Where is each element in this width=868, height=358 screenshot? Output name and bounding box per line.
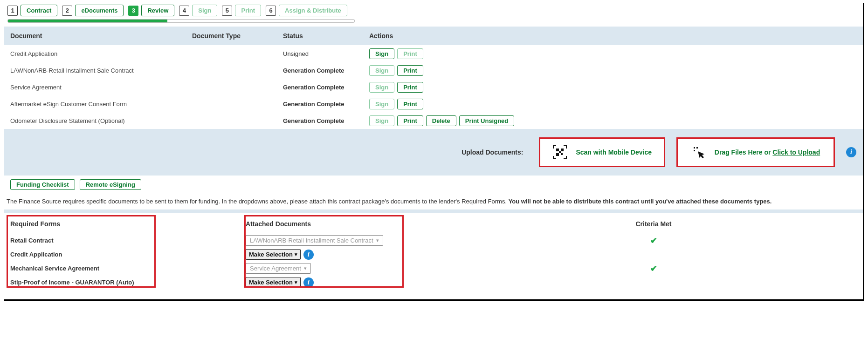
sign-button: Sign: [369, 115, 394, 126]
attached-doc-select[interactable]: Make Selection▾: [246, 277, 301, 288]
funding-checklist-button[interactable]: Funding Checklist: [10, 179, 75, 190]
req-divider: [4, 209, 863, 213]
required-form-name: Retail Contract: [10, 234, 246, 248]
doc-actions: SignPrintDeletePrint Unsigned: [369, 115, 856, 126]
svg-rect-0: [557, 149, 558, 151]
step-print: 5Print: [222, 5, 261, 16]
drag-upload-box[interactable]: Drag Files Here or Click to Upload: [676, 137, 835, 167]
svg-rect-2: [557, 154, 558, 155]
info-icon[interactable]: i: [303, 277, 314, 288]
progress-bar: [7, 19, 355, 23]
required-forms-table: Required Forms Attached Documents Criter…: [4, 213, 863, 292]
table-row: LAWNonARB-Retail Installment Sale Contra…: [10, 62, 856, 79]
drag-upload-label: Drag Files Here or Click to Upload: [715, 149, 820, 156]
col-actions: Actions: [369, 32, 856, 40]
col-status: Status: [283, 32, 369, 40]
sign-button: Sign: [369, 99, 394, 109]
attached-doc-cell: Service Agreement▾: [246, 262, 451, 276]
sign-button: Sign: [369, 82, 394, 93]
doc-name: Credit Application: [10, 50, 192, 57]
scan-mobile-label: Scan with Mobile Device: [576, 149, 652, 156]
delete-button[interactable]: Delete: [426, 115, 456, 126]
attached-doc-select[interactable]: Service Agreement▾: [246, 263, 311, 274]
doc-status: Generation Complete: [283, 117, 369, 124]
attached-doc-cell: LAWNonARB-Retail Installment Sale Contra…: [246, 234, 451, 248]
progress-fill: [8, 20, 167, 22]
req-col-attached: Attached Documents: [246, 220, 311, 228]
doc-status: Unsigned: [283, 50, 369, 57]
criteria-met-cell: [451, 248, 856, 262]
doc-status: Generation Complete: [283, 67, 369, 74]
col-document: Document: [10, 32, 192, 40]
table-row: Aftermarket eSign Customer Consent FormG…: [10, 95, 856, 112]
instructions-text: The Finance Source requires specific doc…: [4, 194, 863, 209]
step-contract: 1Contract: [7, 5, 57, 16]
required-form-name: Credit Application: [10, 248, 246, 262]
print-button[interactable]: Print: [397, 115, 423, 126]
table-row: Credit ApplicationUnsignedSignPrint: [10, 45, 856, 62]
doc-status: Generation Complete: [283, 84, 369, 91]
chevron-down-icon: ▾: [376, 237, 379, 243]
sign-button[interactable]: Sign: [369, 48, 394, 59]
doc-name: Aftermarket eSign Customer Consent Form: [10, 101, 192, 108]
col-type: Document Type: [192, 32, 283, 40]
chevron-down-icon: ▾: [304, 265, 307, 271]
step-assign-distribute: 6Assign & Distribute: [266, 5, 347, 16]
step-button-assign-distribute: Assign & Distribute: [279, 5, 347, 16]
print-button[interactable]: Print: [397, 65, 423, 76]
doc-actions: SignPrint: [369, 48, 856, 59]
criteria-met-cell: ✔: [451, 262, 856, 276]
criteria-met-cell: ✔: [451, 234, 856, 248]
step-button-edocuments[interactable]: eDocuments: [75, 5, 124, 16]
doc-name: Service Agreement: [10, 84, 192, 91]
svg-rect-1: [561, 149, 563, 151]
documents-rows: Credit ApplicationUnsignedSignPrintLAWNo…: [4, 45, 863, 129]
info-icon[interactable]: i: [303, 250, 314, 260]
req-col-forms: Required Forms: [10, 220, 60, 228]
table-row: Service AgreementGeneration CompleteSign…: [10, 79, 856, 95]
step-number: 5: [222, 6, 232, 16]
required-form-name: Stip-Proof of Income - GUARANTOR (Auto): [10, 276, 246, 290]
info-icon[interactable]: i: [846, 147, 856, 157]
step-number: 6: [266, 6, 276, 16]
upload-icon: [691, 145, 706, 160]
print-unsigned-button[interactable]: Print Unsigned: [459, 115, 514, 126]
doc-actions: SignPrint: [369, 65, 856, 76]
step-review: 3Review: [128, 5, 174, 16]
attached-doc-select[interactable]: Make Selection▾: [246, 249, 301, 260]
upload-strip: Upload Documents: Scan with Mobile Devic…: [4, 129, 863, 176]
upload-label: Upload Documents:: [462, 149, 523, 156]
step-button-sign: Sign: [192, 5, 217, 16]
step-number: 1: [7, 6, 18, 16]
print-button: Print: [397, 48, 423, 59]
step-edocuments: 2eDocuments: [62, 5, 124, 16]
doc-name: Odometer Disclosure Statement (Optional): [10, 117, 192, 124]
attached-doc-cell: Make Selection▾i: [246, 248, 451, 262]
print-button[interactable]: Print: [397, 82, 423, 93]
step-button-contract[interactable]: Contract: [21, 5, 57, 16]
doc-status: Generation Complete: [283, 101, 369, 108]
criteria-met-cell: [451, 276, 856, 290]
attached-doc-select[interactable]: LAWNonARB-Retail Installment Sale Contra…: [246, 235, 383, 246]
step-button-review[interactable]: Review: [141, 5, 174, 16]
required-form-name: Mechanical Service Agreement: [10, 262, 246, 276]
step-number: 4: [179, 6, 189, 16]
svg-rect-3: [561, 154, 562, 155]
sign-button: Sign: [369, 65, 394, 76]
check-icon: ✔: [650, 263, 657, 274]
remote-esigning-button[interactable]: Remote eSigning: [80, 179, 141, 190]
documents-table-header: Document Document Type Status Actions: [4, 27, 863, 45]
print-button[interactable]: Print: [397, 99, 423, 109]
chevron-down-icon: ▾: [295, 251, 297, 257]
doc-name: LAWNonARB-Retail Installment Sale Contra…: [10, 67, 192, 74]
req-col-criteria: Criteria Met: [635, 220, 671, 228]
step-number: 3: [128, 6, 138, 16]
attached-doc-cell: Make Selection▾i: [246, 276, 451, 290]
svg-rect-4: [559, 152, 560, 153]
step-sign: 4Sign: [179, 5, 217, 16]
step-button-print: Print: [235, 5, 261, 16]
scan-mobile-box[interactable]: Scan with Mobile Device: [539, 137, 665, 167]
wizard-steps: 1Contract2eDocuments3Review4Sign5Print6A…: [4, 3, 863, 19]
below-buttons: Funding Checklist Remote eSigning: [4, 176, 863, 194]
chevron-down-icon: ▾: [295, 279, 297, 285]
